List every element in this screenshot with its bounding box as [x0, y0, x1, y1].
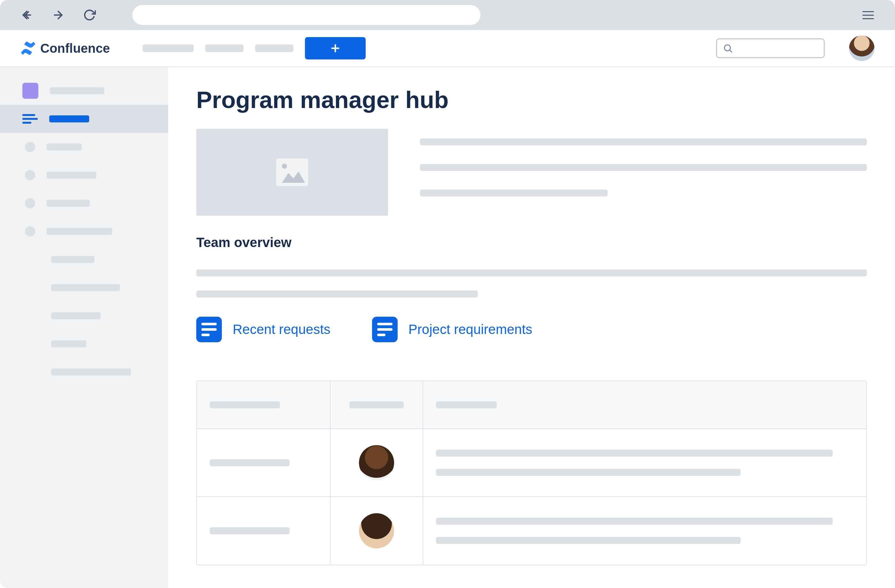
hero-text-placeholder [420, 129, 867, 216]
text-placeholder [436, 518, 833, 525]
confluence-logo-icon [20, 41, 36, 56]
link-label: Recent requests [233, 322, 331, 337]
table-header-cell [423, 381, 866, 429]
hero-section [196, 129, 867, 216]
table-cell [423, 497, 866, 565]
bullet-icon [25, 170, 35, 180]
text-placeholder [349, 402, 404, 408]
nav-item-placeholder[interactable] [143, 44, 194, 52]
sidebar-label-placeholder [49, 115, 89, 123]
sidebar-item[interactable] [0, 217, 168, 246]
confluence-logo[interactable]: Confluence [20, 41, 110, 56]
sidebar-label-placeholder [47, 171, 96, 179]
text-placeholder [210, 527, 290, 534]
table-header-cell [331, 381, 423, 429]
search-icon [723, 43, 733, 53]
sidebar-item[interactable] [0, 161, 168, 189]
link-label: Project requirements [408, 322, 532, 337]
sidebar-sub-item[interactable] [0, 246, 168, 274]
link-recent-requests[interactable]: Recent requests [196, 317, 331, 342]
table-cell [331, 429, 423, 496]
link-project-requirements[interactable]: Project requirements [372, 317, 532, 342]
nav-item-placeholder[interactable] [255, 44, 293, 52]
table-header-cell [197, 381, 331, 429]
image-icon [276, 159, 308, 186]
sidebar-sub-item[interactable] [0, 358, 168, 386]
nav-item-placeholder[interactable] [205, 44, 244, 52]
sidebar-label-placeholder [51, 312, 101, 319]
document-icon [196, 317, 222, 342]
browser-menu-button[interactable] [860, 8, 876, 23]
bullet-icon [25, 198, 35, 208]
main-content: Program manager hub Team overview Recent… [168, 67, 895, 588]
sidebar-label-placeholder [50, 87, 104, 94]
sidebar-label-placeholder [47, 200, 90, 207]
page-title: Program manager hub [196, 86, 867, 114]
sidebar [0, 67, 168, 588]
text-placeholder [436, 469, 740, 476]
space-icon [23, 83, 38, 99]
overview-text [196, 270, 867, 297]
member-avatar[interactable] [359, 513, 394, 549]
sidebar-space-header[interactable] [0, 77, 168, 105]
table-cell [197, 429, 331, 496]
sidebar-label-placeholder [51, 256, 94, 263]
table-cell [197, 497, 331, 565]
create-button[interactable] [305, 37, 366, 59]
document-icon [372, 317, 397, 342]
sidebar-label-placeholder [51, 368, 131, 376]
svg-line-6 [730, 50, 732, 52]
sidebar-sub-item[interactable] [0, 302, 168, 330]
member-avatar[interactable] [359, 445, 394, 480]
bullet-icon [25, 226, 35, 236]
table-header-row [197, 381, 866, 429]
team-table [196, 380, 867, 565]
confluence-logo-text: Confluence [40, 41, 110, 56]
text-placeholder [210, 402, 280, 408]
text-placeholder [420, 189, 608, 197]
document-links: Recent requests Project requirements [196, 317, 867, 342]
text-placeholder [436, 537, 740, 544]
browser-forward-button[interactable] [50, 8, 66, 23]
browser-refresh-button[interactable] [82, 8, 97, 23]
sidebar-sub-item[interactable] [0, 330, 168, 358]
plus-icon [329, 42, 341, 54]
sidebar-label-placeholder [51, 284, 120, 291]
text-placeholder [210, 459, 290, 466]
text-placeholder [196, 270, 867, 276]
text-placeholder [436, 450, 833, 457]
browser-chrome [0, 0, 895, 30]
table-row [197, 497, 866, 565]
sidebar-label-placeholder [51, 340, 86, 347]
page-tree-icon [23, 114, 38, 124]
table-cell [423, 429, 866, 496]
text-placeholder [420, 164, 867, 171]
text-placeholder [436, 402, 497, 408]
sidebar-sub-item[interactable] [0, 274, 168, 302]
text-placeholder [196, 291, 478, 297]
sidebar-label-placeholder [47, 144, 82, 150]
section-heading: Team overview [196, 235, 867, 250]
table-cell [331, 497, 423, 565]
text-placeholder [420, 138, 867, 145]
browser-url-bar[interactable] [132, 5, 481, 25]
sidebar-label-placeholder [47, 228, 112, 235]
search-input[interactable] [716, 38, 825, 58]
app-header: Confluence [0, 30, 895, 67]
sidebar-item[interactable] [0, 133, 168, 161]
browser-back-button[interactable] [19, 8, 35, 23]
user-avatar[interactable] [849, 35, 875, 61]
sidebar-item-active[interactable] [0, 105, 168, 133]
table-row [197, 429, 866, 497]
bullet-icon [25, 142, 35, 152]
hero-image-placeholder [196, 129, 388, 216]
sidebar-item[interactable] [0, 189, 168, 217]
